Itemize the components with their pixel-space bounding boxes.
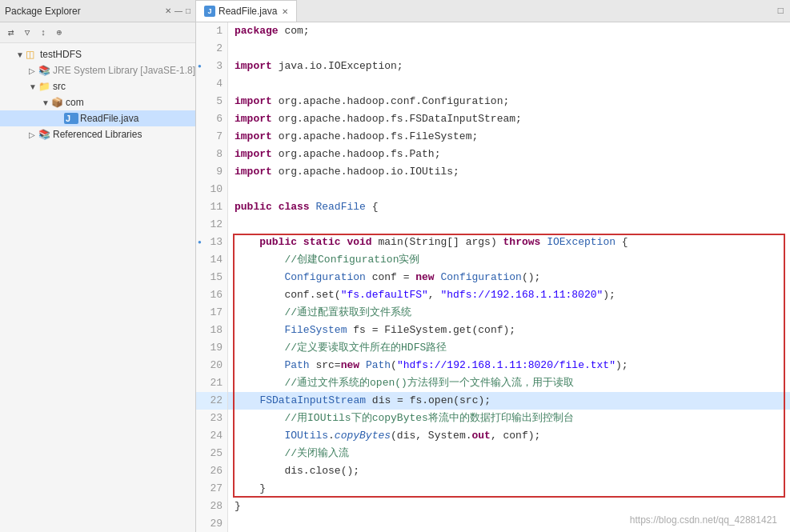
- code-line-7: import org.apache.hadoop.fs.FileSystem;: [228, 128, 790, 146]
- line-numbers: 1 2 3 4 5 6 7 8 9 10 11 12 13 14 15 16 1…: [196, 22, 228, 532]
- code-line-19: //定义要读取文件所在的HDFS路径: [228, 339, 790, 357]
- code-line-5: import org.apache.hadoop.conf.Configurat…: [228, 93, 790, 110]
- editor-maximize-btn[interactable]: □: [772, 6, 790, 17]
- editor-tab-readfile[interactable]: J ReadFile.java ✕: [196, 0, 297, 22]
- code-line-11: public class ReadFile {: [228, 198, 790, 216]
- code-line-2: [228, 40, 790, 58]
- minimize-icon[interactable]: —: [174, 6, 182, 15]
- code-line-4: [228, 75, 790, 93]
- code-line-6: import org.apache.hadoop.fs.FSDataInputS…: [228, 110, 790, 128]
- collapse-icon[interactable]: ↕: [37, 26, 50, 39]
- line-num-11: 11: [196, 198, 227, 216]
- tree-label: src: [53, 81, 66, 92]
- package-icon: 📦: [51, 97, 66, 108]
- code-line-3: import java.io.IOException;: [228, 58, 790, 75]
- line-num-6: 6: [196, 110, 227, 128]
- tree-item-jre[interactable]: ▷ 📚 JRE System Library [JavaSE-1.8]: [0, 62, 195, 78]
- project-icon: ◫: [26, 49, 40, 60]
- maximize-icon[interactable]: □: [186, 6, 190, 15]
- tree-item-readfile[interactable]: J ReadFile.java: [0, 110, 195, 126]
- tree-label: JRE System Library [JavaSE-1.8]: [53, 65, 195, 76]
- file-tree: ▼ ◫ testHDFS ▷ 📚 JRE System Library [Jav…: [0, 43, 195, 532]
- dropdown-icon[interactable]: ▽: [21, 26, 34, 39]
- package-explorer-close-icon[interactable]: ✕: [165, 6, 171, 15]
- editor-panel: J ReadFile.java ✕ □ 1 2 3 4 5 6 7 8 9 10…: [196, 0, 790, 532]
- jre-icon: 📚: [38, 65, 53, 76]
- code-line-12: [228, 216, 790, 234]
- code-line-15: Configuration conf = new Configuration()…: [228, 269, 790, 286]
- code-editor: 1 2 3 4 5 6 7 8 9 10 11 12 13 14 15 16 1…: [196, 22, 790, 532]
- line-num-5: 5: [196, 93, 227, 110]
- code-line-20: Path src=new Path("hdfs://192.168.1.11:8…: [228, 357, 790, 374]
- package-explorer-toolbar: ⇄ ▽ ↕ ⊕: [0, 22, 195, 43]
- expand-arrow: ▼: [42, 98, 51, 107]
- code-line-13: public static void main(String[] args) t…: [228, 234, 790, 251]
- line-num-16: 16: [196, 286, 227, 304]
- line-num-19: 19: [196, 339, 227, 357]
- code-line-9: import org.apache.hadoop.io.IOUtils;: [228, 163, 790, 181]
- package-explorer-header: Package Explorer ✕ — □: [0, 0, 195, 22]
- expand-arrow: ▼: [16, 50, 26, 59]
- code-line-23: //用IOUtils下的copyBytes将流中的数据打印输出到控制台: [228, 410, 790, 427]
- line-num-28: 28: [196, 498, 227, 515]
- tree-label: ReadFile.java: [80, 113, 138, 124]
- line-num-27: 27: [196, 480, 227, 498]
- line-num-7: 7: [196, 128, 227, 146]
- line-num-12: 12: [196, 216, 227, 234]
- line-num-9: 9: [196, 163, 227, 181]
- line-num-8: 8: [196, 146, 227, 163]
- sync-icon[interactable]: ⇄: [5, 26, 18, 39]
- code-line-14: //创建Configuration实例: [228, 251, 790, 269]
- code-line-10: [228, 181, 790, 198]
- line-num-1: 1: [196, 22, 227, 40]
- java-tab-icon: J: [204, 6, 215, 17]
- code-line-17: //通过配置获取到文件系统: [228, 304, 790, 322]
- folder-icon: 📁: [38, 81, 53, 92]
- tree-label: com: [66, 97, 84, 108]
- expand-arrow: ▷: [29, 130, 38, 139]
- line-num-20: 20: [196, 357, 227, 374]
- ref-libraries-icon: 📚: [38, 129, 53, 140]
- editor-tab-label: ReadFile.java: [219, 6, 277, 17]
- line-num-23: 23: [196, 410, 227, 427]
- editor-tab-close[interactable]: ✕: [282, 7, 288, 16]
- line-num-2: 2: [196, 40, 227, 58]
- java-file-icon: J: [64, 113, 78, 124]
- line-num-22: 22: [196, 392, 227, 410]
- editor-tab-bar: J ReadFile.java ✕ □: [196, 0, 790, 22]
- code-line-25: //关闭输入流: [228, 445, 790, 462]
- code-line-18: FileSystem fs = FileSystem.get(conf);: [228, 322, 790, 339]
- line-num-10: 10: [196, 181, 227, 198]
- expand-arrow: ▼: [29, 82, 38, 91]
- code-line-22: FSDataInputStream dis = fs.open(src);: [228, 392, 790, 410]
- package-explorer-panel: Package Explorer ✕ — □ ⇄ ▽ ↕ ⊕ ▼ ◫ testH…: [0, 0, 196, 532]
- code-line-16: conf.set("fs.defaultFS", "hdfs://192.168…: [228, 286, 790, 304]
- code-line-1: package com;: [228, 22, 790, 40]
- tree-label: Referenced Libraries: [53, 129, 142, 140]
- code-line-27: }: [228, 480, 790, 498]
- line-num-14: 14: [196, 251, 227, 269]
- line-num-13: 13: [196, 234, 227, 251]
- line-num-4: 4: [196, 75, 227, 93]
- line-num-18: 18: [196, 322, 227, 339]
- line-num-15: 15: [196, 269, 227, 286]
- code-line-8: import org.apache.hadoop.fs.Path;: [228, 146, 790, 163]
- line-num-25: 25: [196, 445, 227, 462]
- code-line-21: //通过文件系统的open()方法得到一个文件输入流，用于读取: [228, 374, 790, 392]
- tree-item-com[interactable]: ▼ 📦 com: [0, 94, 195, 110]
- tree-item-testhdfs[interactable]: ▼ ◫ testHDFS: [0, 46, 195, 62]
- new-icon[interactable]: ⊕: [53, 26, 66, 39]
- code-lines: package com; import java.io.IOException;…: [228, 22, 790, 532]
- watermark: https://blog.csdn.net/qq_42881421: [630, 514, 777, 526]
- line-num-24: 24: [196, 427, 227, 445]
- line-num-3: 3: [196, 58, 227, 75]
- code-line-26: dis.close();: [228, 462, 790, 480]
- code-line-24: IOUtils.copyBytes(dis, System.out, conf)…: [228, 427, 790, 445]
- line-num-26: 26: [196, 462, 227, 480]
- line-num-21: 21: [196, 374, 227, 392]
- tree-item-referenced-libraries[interactable]: ▷ 📚 Referenced Libraries: [0, 126, 195, 142]
- line-num-29: 29: [196, 515, 227, 532]
- code-line-28: }: [228, 498, 790, 515]
- tree-item-src[interactable]: ▼ 📁 src: [0, 78, 195, 94]
- line-num-17: 17: [196, 304, 227, 322]
